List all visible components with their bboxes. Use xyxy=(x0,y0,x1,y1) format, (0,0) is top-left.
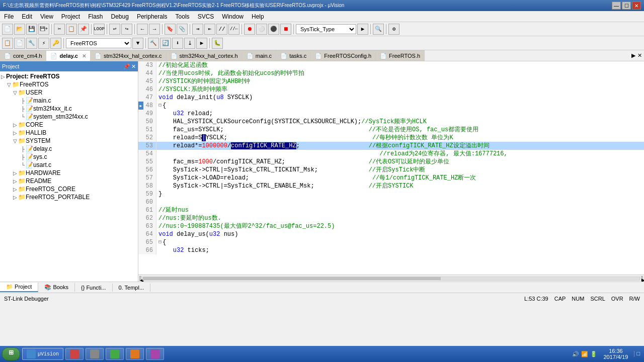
menu-debug[interactable]: Debug xyxy=(107,12,133,21)
tb2-run2-btn[interactable]: ▶ xyxy=(196,38,207,49)
hscroll-left-btn[interactable]: ◀ xyxy=(139,276,141,281)
start-button[interactable]: ⊞ xyxy=(2,347,20,360)
circle2-button[interactable]: ⚫ xyxy=(268,24,279,35)
show-desktop-btn[interactable]: □ xyxy=(634,351,640,357)
line-content[interactable]: HAL_SYSTICK_CLKSourceConfig(SYSTICK_CLKS… xyxy=(156,118,644,126)
tree-system[interactable]: ▽ 📁 SYSTEM xyxy=(1,137,137,145)
settings-button[interactable]: ⚙ xyxy=(388,24,399,35)
btab-books[interactable]: 📚 Books xyxy=(38,283,75,292)
menu-help[interactable]: Help xyxy=(248,12,268,21)
code-area[interactable]: 43 //初始化延迟函数 44 //当使用ucos时候, 此函数会初始化ucos… xyxy=(138,61,644,275)
new-file-button[interactable]: 📄 xyxy=(2,24,13,35)
btab-functions[interactable]: {} Functi... xyxy=(75,284,113,292)
taskbar-app-4[interactable] xyxy=(106,348,124,360)
freertos-combo[interactable]: FreeRTOS xyxy=(66,38,131,48)
line-content[interactable]: ⊟{ xyxy=(156,238,644,246)
line-content[interactable]: //SYSCLK:系统时钟频率 xyxy=(156,85,644,94)
tb2-rebuild-btn[interactable]: 🔄 xyxy=(160,38,171,49)
menu-window[interactable]: Window xyxy=(218,12,248,21)
tabs-scroll-right[interactable]: ▶ xyxy=(631,52,637,59)
tree-user[interactable]: ▽ 📁 USER xyxy=(1,88,137,97)
line-content[interactable]: fac_us=SYSCLK; //不论是否使用OS, fac_us都需要使用 xyxy=(156,126,644,134)
tb2-btn2[interactable]: 📄 xyxy=(14,38,25,49)
line-content[interactable]: //延时nus xyxy=(156,206,644,214)
tb2-btn3[interactable]: 🔧 xyxy=(26,38,37,49)
tree-usart-c[interactable]: └ 📝 usart.c xyxy=(1,161,137,169)
line-content[interactable]: //reload为24位寄存器, 最大值:16777216, xyxy=(156,150,644,158)
redo-button[interactable]: ↪ xyxy=(121,24,132,35)
loop-btn[interactable]: LOOP xyxy=(94,24,105,35)
tab-delay-c[interactable]: 📄 delay.c ✕ xyxy=(46,50,91,61)
indent-button[interactable]: ⇥ xyxy=(192,24,203,35)
copy-button[interactable]: 📋 xyxy=(66,24,77,35)
tb2-btn5[interactable]: 🔑 xyxy=(50,38,61,49)
line-content[interactable]: reload*=1000000/configTICK_RATE_HZ; //根据… xyxy=(156,142,644,150)
unindent-button[interactable]: ⇤ xyxy=(204,24,215,35)
line-content[interactable]: //nus:0~190887435(最大值即2^32/fac_us@fac_us… xyxy=(156,222,644,230)
taskbar-time[interactable]: 16:36 2017/4/19 xyxy=(599,348,632,360)
taskbar-app-3[interactable] xyxy=(86,348,104,360)
bookmark-button[interactable]: 🔖 xyxy=(165,24,176,35)
cut-button[interactable]: ✂ xyxy=(54,24,65,35)
line-content[interactable]: u32 reload; xyxy=(156,110,644,118)
tabs-close[interactable]: ✕ xyxy=(637,52,644,59)
line-content[interactable] xyxy=(156,198,644,206)
taskbar-app-6[interactable] xyxy=(146,348,164,360)
tb2-download-btn[interactable]: ⬇ xyxy=(172,38,183,49)
taskbar-app-5[interactable] xyxy=(126,348,144,360)
save-all-button[interactable]: 💾+ xyxy=(38,24,49,35)
line-content[interactable]: //初始化延迟函数 xyxy=(156,61,644,69)
menu-peripherals[interactable]: Peripherals xyxy=(133,12,172,21)
line-content[interactable]: void delay_init(u8 SYSCLK) xyxy=(156,94,644,102)
tree-delay-c[interactable]: ├ 📝 delay.c xyxy=(1,145,137,153)
tree-core[interactable]: ▷ 📁 CORE xyxy=(1,121,137,129)
tb2-dl2-btn[interactable]: ⤓ xyxy=(184,38,195,49)
paste-button[interactable]: 📌 xyxy=(78,24,89,35)
tree-main-c[interactable]: ├ 📝 main.c xyxy=(1,97,137,105)
tree-freertos[interactable]: ▽ 📁 FreeRTOS xyxy=(1,80,137,88)
project-pin-icon[interactable]: 📌 xyxy=(123,63,130,70)
nav-back-button[interactable]: ← xyxy=(137,24,148,35)
circle1-button[interactable]: ⚪ xyxy=(256,24,267,35)
nav-fwd-button[interactable]: → xyxy=(149,24,160,35)
taskbar-app-2[interactable] xyxy=(65,348,84,360)
tree-hardware[interactable]: ▷ 📁 HARDWARE xyxy=(1,169,137,177)
tb2-combo-btn[interactable]: ▼ xyxy=(132,38,143,49)
hscroll-right-btn[interactable]: ▶ xyxy=(641,276,643,281)
line-content[interactable]: fac_ms=1000/configTICK_RATE_HZ; //代表OS可以… xyxy=(156,158,644,166)
search-button[interactable]: 🔍 xyxy=(373,24,384,35)
line-content[interactable]: //nus:要延时的us数. xyxy=(156,214,644,222)
line-content[interactable]: SysTick->CTRL|=SysTick_CTRL_ENABLE_Msk; … xyxy=(156,182,644,190)
undo-button[interactable]: ↩ xyxy=(109,24,120,35)
line-content[interactable]: //当使用ucos时候, 此函数会初始化ucos的时钟节拍 xyxy=(156,69,644,77)
hscroll-track[interactable] xyxy=(142,277,640,281)
tree-sys-c[interactable]: ├ 📝 sys.c xyxy=(1,153,137,161)
tb2-debug-btn[interactable]: 🐛 xyxy=(212,38,223,49)
tree-system-stm32[interactable]: └ 📝 system_stm32f4xx.c xyxy=(1,113,137,121)
tree-stm32-it[interactable]: ├ 📝 stm32f4xx_it.c xyxy=(1,105,137,113)
line-content[interactable]: reload=S|YSCLK; //每秒钟的计数次数 单位为K xyxy=(156,134,644,142)
tab-freertos-h[interactable]: 📄 FreeRTOS.h xyxy=(376,50,425,61)
save-button[interactable]: 💾 xyxy=(26,24,37,35)
tab-main-c[interactable]: 📄 main.c xyxy=(243,50,276,61)
combo-go-button[interactable]: ▶ xyxy=(357,24,368,35)
tab-close-icon[interactable]: ✕ xyxy=(82,53,86,59)
tree-readme[interactable]: ▷ 📁 README xyxy=(1,177,137,185)
line-content[interactable]: //SYSTICK的时钟固定为AHB时钟 xyxy=(156,77,644,85)
btab-project[interactable]: 📁 Project xyxy=(0,283,38,292)
menu-file[interactable]: File xyxy=(0,12,18,21)
tree-hallib[interactable]: ▷ 📁 HALLIB xyxy=(1,129,137,137)
systick-combo[interactable]: SysTick_Type xyxy=(296,24,356,34)
tb2-btn1[interactable]: 📋 xyxy=(2,38,13,49)
horizontal-scrollbar[interactable]: ◀ ▶ xyxy=(138,275,644,282)
line-content[interactable]: } xyxy=(156,190,644,198)
line-content[interactable]: SysTick->LOAD=reload; //每1/configTICK_RA… xyxy=(156,174,644,182)
taskbar-app-uvision[interactable]: µVision xyxy=(22,348,63,360)
minimize-button[interactable]: — xyxy=(612,2,621,10)
tab-freertosconfig-h[interactable]: 📄 FreeRTOSConfig.h xyxy=(311,50,376,61)
comment-button[interactable]: // xyxy=(216,24,227,35)
menu-flash[interactable]: Flash xyxy=(84,12,107,21)
hscroll-thumb[interactable] xyxy=(143,277,441,280)
tree-freertos-portable[interactable]: ▷ 📁 FreeRTOS_PORTABLE xyxy=(1,193,137,201)
line-content[interactable]: u32 ticks; xyxy=(156,246,644,254)
